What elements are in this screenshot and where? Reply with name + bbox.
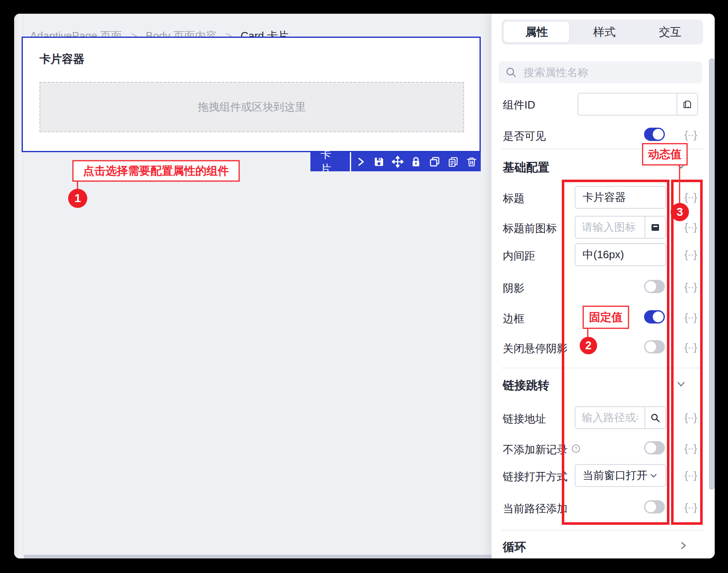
annotation-callout-fixed-value: 固定值 — [583, 306, 629, 329]
shadow-toggle[interactable] — [644, 280, 665, 293]
dynamic-value-icon[interactable]: {··} — [677, 469, 704, 482]
hover-shadow-label: 关闭悬停阴影 — [503, 341, 568, 356]
screenshot-root: { "colors": { "primary_blue": "#2b3cc8",… — [0, 0, 728, 573]
dynamic-value-icon[interactable]: {··} — [677, 501, 704, 514]
dropzone-hint: 拖拽组件或区块到这里 — [198, 100, 306, 114]
title-icon-input[interactable] — [576, 217, 644, 238]
title-icon-group — [575, 216, 666, 239]
section-divider — [502, 530, 703, 531]
copy-component-button[interactable] — [425, 152, 444, 171]
property-search[interactable] — [499, 62, 702, 83]
border-label: 边框 — [503, 311, 524, 326]
dynamic-value-icon[interactable]: {··} — [677, 281, 704, 293]
horizontal-scrollbar[interactable] — [24, 555, 492, 558]
save-icon — [373, 156, 385, 168]
title-label: 标题 — [503, 191, 524, 206]
padding-select-value: 中(16px) — [583, 247, 658, 262]
trash-icon — [466, 156, 477, 168]
visible-toggle[interactable] — [644, 128, 665, 141]
dynamic-value-icon[interactable]: {··} — [677, 341, 704, 353]
search-icon — [505, 67, 517, 78]
panel-tabbar: 属性 样式 交互 — [502, 20, 703, 44]
append-path-toggle[interactable] — [644, 500, 665, 514]
link-target-select[interactable]: 当前窗口打开 — [575, 464, 666, 487]
card-dropzone[interactable]: 拖拽组件或区块到这里 — [39, 82, 464, 132]
annotation-badge-2: 2 — [580, 337, 597, 354]
duplicate-icon — [447, 156, 459, 168]
expand-loop-chevron-right-icon[interactable] — [678, 540, 689, 551]
copy-icon — [429, 156, 440, 168]
move-component-button[interactable] — [388, 152, 407, 171]
dynamic-value-icon[interactable]: {··} — [677, 129, 704, 141]
annotation-connector-3 — [679, 165, 680, 205]
copy-icon — [682, 99, 693, 110]
dynamic-value-icon[interactable]: {··} — [677, 442, 704, 454]
move-icon — [391, 156, 404, 168]
tab-properties[interactable]: 属性 — [504, 22, 569, 42]
component-id-label: 组件ID — [503, 98, 535, 112]
annotation-callout-select-component: 点击选择需要配置属性的组件 — [72, 160, 240, 182]
title-icon-label: 标题前图标 — [503, 221, 557, 236]
copy-id-button[interactable] — [676, 94, 697, 115]
dynamic-value-icon[interactable]: {··} — [677, 221, 704, 233]
help-icon[interactable]: ? — [571, 444, 581, 454]
padding-select[interactable]: 中(16px) — [575, 243, 666, 266]
save-block-button[interactable] — [370, 152, 389, 171]
annotation-connector-2 — [587, 329, 588, 337]
tab-interactions[interactable]: 交互 — [637, 20, 703, 44]
app-window: AdaptivePage 页面 > Body 页面内容 > Card 卡片 卡片… — [14, 14, 715, 558]
lock-component-button[interactable] — [407, 152, 425, 171]
shadow-label: 阴影 — [503, 281, 524, 296]
section-header-link[interactable]: 链接跳转 — [503, 378, 549, 393]
dynamic-value-icon[interactable]: {··} — [677, 412, 704, 424]
no-new-record-label: 不添加新记录 — [503, 442, 568, 457]
card-title: 卡片容器 — [39, 52, 84, 67]
padding-label: 内间距 — [503, 249, 535, 263]
annotation-badge-3: 3 — [671, 203, 689, 221]
icon-box-icon — [650, 222, 660, 232]
chevron-down-icon — [649, 471, 658, 480]
link-url-input[interactable] — [576, 407, 644, 428]
icon-picker-button[interactable] — [644, 217, 665, 238]
link-target-value: 当前窗口打开 — [583, 468, 649, 483]
section-header-loop[interactable]: 循环 — [503, 539, 526, 555]
link-url-group — [575, 406, 666, 429]
card-component-selected[interactable]: 卡片容器 拖拽组件或区块到这里 — [22, 37, 481, 152]
visible-label: 是否可见 — [503, 129, 546, 143]
dynamic-value-icon[interactable]: {··} — [677, 191, 704, 203]
link-url-label: 链接地址 — [503, 412, 546, 426]
tab-styles[interactable]: 样式 — [571, 20, 637, 44]
search-icon — [650, 413, 660, 423]
border-toggle[interactable] — [644, 310, 665, 324]
dynamic-value-icon[interactable]: {··} — [677, 249, 704, 261]
svg-text:?: ? — [574, 446, 577, 452]
annotation-callout-dynamic-value: 动态值 — [642, 143, 688, 165]
dynamic-value-icon[interactable]: {··} — [677, 311, 704, 324]
component-id-group — [578, 93, 698, 116]
section-divider — [502, 368, 703, 368]
section-header-basic[interactable]: 基础配置 — [503, 160, 549, 175]
delete-component-button[interactable] — [462, 152, 481, 171]
chevron-right-icon — [355, 156, 366, 167]
collapse-link-chevron-down-icon[interactable] — [676, 379, 686, 390]
link-target-label: 链接打开方式 — [503, 469, 568, 484]
vertical-scrollbar[interactable] — [709, 58, 715, 490]
annotation-badge-1: 1 — [68, 189, 87, 208]
lock-icon — [411, 156, 421, 168]
no-new-record-toggle[interactable] — [644, 441, 665, 454]
link-search-button[interactable] — [644, 407, 665, 428]
title-input[interactable] — [575, 186, 666, 209]
hover-shadow-toggle[interactable] — [644, 340, 665, 353]
component-id-input[interactable] — [578, 94, 676, 115]
component-toolbar-label: 卡片 — [310, 147, 350, 176]
component-toolbar: 卡片 — [310, 152, 481, 171]
duplicate-component-button[interactable] — [444, 152, 462, 171]
property-search-input[interactable] — [523, 66, 682, 79]
append-path-label: 当前路径添加 — [503, 501, 568, 516]
expand-parent-button[interactable] — [351, 152, 370, 171]
